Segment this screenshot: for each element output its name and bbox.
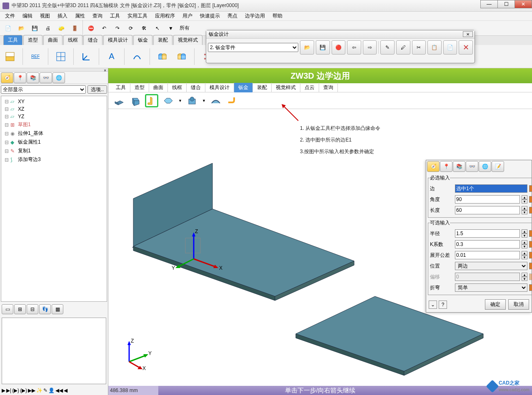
- menu-用户[interactable]: 用户: [179, 12, 196, 20]
- menu-视图[interactable]: 视图: [37, 12, 53, 20]
- ft-record-icon[interactable]: 🔴: [332, 40, 346, 55]
- nav-play[interactable]: ▶: [2, 388, 5, 393]
- ribbon-ref-btn[interactable]: REF: [29, 50, 42, 63]
- sheetmetal-toolbar[interactable]: 钣金设计 ✕ 2. 钣金零件 📂 💾 🔴 ⇦ ⇨ ✎ 🖊 ✂ 📋 📄 ✕: [206, 30, 475, 63]
- tree-item-6[interactable]: ⊟✎复制1: [3, 147, 105, 155]
- innertab-线框[interactable]: 线框: [168, 83, 187, 92]
- angle-input[interactable]: [455, 195, 520, 204]
- ribbon-curve-btn[interactable]: [130, 50, 144, 63]
- nav-ff[interactable]: (▶): [12, 388, 19, 393]
- innertab-钣金[interactable]: 钣金: [234, 83, 253, 92]
- new-icon[interactable]: 📄: [2, 23, 13, 34]
- menu-文件[interactable]: 文件: [2, 12, 18, 20]
- ribbon-text-btn[interactable]: A: [105, 50, 118, 63]
- lp-btn-4[interactable]: 👣: [39, 304, 51, 314]
- tree-item-5[interactable]: ⊟◆钣金属性1: [3, 138, 105, 147]
- menu-边学边用[interactable]: 边学边用: [242, 12, 268, 20]
- pf-help-icon[interactable]: ?: [439, 301, 447, 309]
- pf-tab-2[interactable]: 📍: [440, 161, 452, 172]
- angle-down[interactable]: ▼: [522, 199, 527, 204]
- innertab-装配[interactable]: 装配: [253, 83, 272, 92]
- bend-pick-icon[interactable]: [529, 284, 532, 291]
- lp-tab-glasses[interactable]: 👓: [40, 72, 52, 83]
- bend-select[interactable]: 简单: [455, 283, 527, 292]
- float-toolbar-title[interactable]: 钣金设计 ✕: [206, 30, 475, 39]
- pos-pick-icon[interactable]: [529, 263, 532, 269]
- edge-pick-icon[interactable]: [529, 185, 532, 192]
- menu-属性[interactable]: 属性: [72, 12, 88, 20]
- print-icon[interactable]: 🖨: [42, 23, 53, 34]
- nav-wand[interactable]: ✨: [36, 388, 42, 393]
- maintab-模具设计[interactable]: 模具设计: [103, 35, 132, 45]
- maintab-缝合[interactable]: 缝合: [83, 35, 102, 45]
- lp-btn-1[interactable]: ▭: [2, 304, 13, 314]
- undo-icon[interactable]: ↶: [99, 23, 110, 34]
- maintab-装配[interactable]: 装配: [153, 35, 172, 45]
- nav-back[interactable]: ◀◀: [55, 388, 63, 393]
- tree-item-7[interactable]: ⊟⟆添加弯边3: [3, 155, 105, 164]
- maximize-button[interactable]: ☐: [497, 0, 515, 8]
- ft-open-icon[interactable]: 📂: [300, 40, 314, 55]
- maintab-视觉样式[interactable]: 视觉样式: [173, 35, 202, 45]
- sm-bend1-icon[interactable]: [209, 94, 222, 107]
- sm-extrude-icon[interactable]: [112, 94, 125, 107]
- tree-options-button[interactable]: 选项..: [87, 85, 107, 94]
- nav-prev[interactable]: ◀: [64, 388, 67, 393]
- filter-icon[interactable]: ▼: [165, 23, 176, 34]
- maintab-线框[interactable]: 线框: [63, 35, 82, 45]
- save-icon[interactable]: 💾: [29, 23, 40, 34]
- pointer-icon[interactable]: ↖: [152, 23, 163, 34]
- redo-icon[interactable]: ↷: [112, 23, 123, 34]
- innertab-模具设计[interactable]: 模具设计: [205, 83, 234, 92]
- parameter-panel[interactable]: 🧭 📍 📚 👓 🌐 📝 必选输入 边 角度▲▼ 长度▲▼ 可选输入 半径▲▼ K…: [426, 160, 532, 313]
- lp-btn-3[interactable]: ⊟: [27, 304, 38, 314]
- tree-item-2[interactable]: ⊟▱YZ: [3, 113, 105, 120]
- pf-tab-5[interactable]: 🌐: [479, 161, 491, 172]
- lp-btn-2[interactable]: ⊞: [14, 304, 26, 314]
- ft-prev-icon[interactable]: ⇦: [347, 40, 361, 55]
- pf-tab-3[interactable]: 📚: [453, 161, 465, 172]
- tree-filter-select[interactable]: 全部显示: [1, 85, 86, 94]
- radius-pick-icon[interactable]: [529, 230, 532, 237]
- length-pick-icon[interactable]: [529, 207, 532, 214]
- erase-icon[interactable]: 🧽: [56, 23, 67, 34]
- float-toolbar-close[interactable]: ✕: [463, 31, 473, 37]
- tree-item-4[interactable]: ⊟◉拉伸1_基体: [3, 129, 105, 138]
- sm-bend2-icon[interactable]: [226, 94, 239, 107]
- nav-user[interactable]: 👤: [48, 388, 55, 393]
- menu-查询[interactable]: 查询: [89, 12, 106, 20]
- maintab-曲面[interactable]: 曲面: [43, 35, 62, 45]
- open-icon[interactable]: 📂: [16, 23, 27, 34]
- pf-tab-6[interactable]: 📝: [492, 161, 504, 172]
- menu-应用程序[interactable]: 应用程序: [152, 12, 178, 20]
- tol-input[interactable]: [455, 251, 520, 259]
- pf-tab-4[interactable]: 👓: [466, 161, 478, 172]
- menu-帮助[interactable]: 帮助: [269, 12, 286, 20]
- radius-input[interactable]: [455, 229, 520, 238]
- innertab-点云[interactable]: 点云: [300, 83, 319, 92]
- sm-unfold-icon[interactable]: [162, 94, 175, 107]
- pf-tab-1[interactable]: 🧭: [427, 161, 440, 172]
- kfactor-input[interactable]: [455, 240, 520, 248]
- tree-item-0[interactable]: ⊟▱XY: [3, 98, 105, 105]
- tree-item-3[interactable]: ⊟⊞草图1: [3, 120, 105, 129]
- menu-亮点[interactable]: 亮点: [224, 12, 241, 20]
- ft-edit-icon[interactable]: ✎: [380, 40, 395, 55]
- sm-punch-icon[interactable]: [185, 94, 199, 107]
- innertab-缝合[interactable]: 缝合: [187, 83, 205, 92]
- tools-icon[interactable]: 🛠: [139, 23, 150, 34]
- float-dropdown[interactable]: 2. 钣金零件: [208, 43, 298, 52]
- ribbon-axis-btn[interactable]: [80, 50, 93, 63]
- ft-cut-icon[interactable]: ✂: [412, 40, 426, 55]
- angle-pick-icon[interactable]: [529, 196, 532, 203]
- panel-close-x[interactable]: ×: [0, 68, 108, 72]
- viewport[interactable]: ZW3D 边学边用 工具造型曲面线框缝合模具设计钣金装配视觉样式点云查询 ▼ ▼…: [108, 68, 532, 395]
- feature-tree[interactable]: ⊟▱XY⊟▱XZ⊟▱YZ⊟⊞草图1⊟◉拉伸1_基体⊟◆钣金属性1⊟✎复制1⊟⟆添…: [1, 96, 107, 302]
- lp-btn-5[interactable]: ▦: [52, 304, 63, 314]
- menu-快速提示[interactable]: 快速提示: [197, 12, 223, 20]
- innertab-工具[interactable]: 工具: [112, 83, 130, 92]
- length-input[interactable]: [455, 206, 520, 214]
- ribbon-grid-btn[interactable]: [54, 50, 67, 63]
- ribbon-cyl1-btn[interactable]: [156, 50, 169, 63]
- lp-tab-pin[interactable]: 📍: [14, 72, 26, 83]
